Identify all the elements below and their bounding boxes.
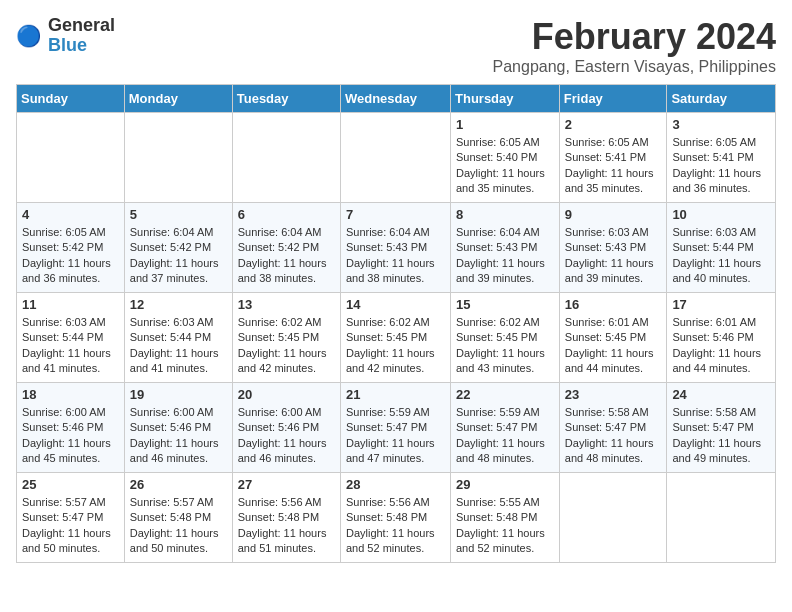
calendar-cell: 23Sunrise: 5:58 AMSunset: 5:47 PMDayligh… xyxy=(559,383,667,473)
calendar-cell: 6Sunrise: 6:04 AMSunset: 5:42 PMDaylight… xyxy=(232,203,340,293)
calendar-cell: 15Sunrise: 6:02 AMSunset: 5:45 PMDayligh… xyxy=(451,293,560,383)
cell-details: Sunrise: 6:03 AMSunset: 5:43 PMDaylight:… xyxy=(565,225,662,287)
day-number: 20 xyxy=(238,387,335,402)
day-number: 3 xyxy=(672,117,770,132)
calendar-cell: 20Sunrise: 6:00 AMSunset: 5:46 PMDayligh… xyxy=(232,383,340,473)
cell-details: Sunrise: 6:00 AMSunset: 5:46 PMDaylight:… xyxy=(22,405,119,467)
day-number: 17 xyxy=(672,297,770,312)
calendar-cell: 5Sunrise: 6:04 AMSunset: 5:42 PMDaylight… xyxy=(124,203,232,293)
day-number: 24 xyxy=(672,387,770,402)
calendar-cell xyxy=(340,113,450,203)
day-number: 28 xyxy=(346,477,445,492)
day-number: 12 xyxy=(130,297,227,312)
cell-details: Sunrise: 6:05 AMSunset: 5:41 PMDaylight:… xyxy=(565,135,662,197)
calendar-cell: 10Sunrise: 6:03 AMSunset: 5:44 PMDayligh… xyxy=(667,203,776,293)
cell-details: Sunrise: 5:58 AMSunset: 5:47 PMDaylight:… xyxy=(565,405,662,467)
calendar-table: SundayMondayTuesdayWednesdayThursdayFrid… xyxy=(16,84,776,563)
cell-details: Sunrise: 6:00 AMSunset: 5:46 PMDaylight:… xyxy=(130,405,227,467)
calendar-cell: 1Sunrise: 6:05 AMSunset: 5:40 PMDaylight… xyxy=(451,113,560,203)
calendar-cell: 2Sunrise: 6:05 AMSunset: 5:41 PMDaylight… xyxy=(559,113,667,203)
day-number: 11 xyxy=(22,297,119,312)
calendar-week-1: 1Sunrise: 6:05 AMSunset: 5:40 PMDaylight… xyxy=(17,113,776,203)
header-friday: Friday xyxy=(559,85,667,113)
cell-details: Sunrise: 6:01 AMSunset: 5:45 PMDaylight:… xyxy=(565,315,662,377)
header-thursday: Thursday xyxy=(451,85,560,113)
cell-details: Sunrise: 6:02 AMSunset: 5:45 PMDaylight:… xyxy=(238,315,335,377)
logo-text: General Blue xyxy=(48,16,115,56)
day-number: 9 xyxy=(565,207,662,222)
calendar-cell: 28Sunrise: 5:56 AMSunset: 5:48 PMDayligh… xyxy=(340,473,450,563)
calendar-cell: 21Sunrise: 5:59 AMSunset: 5:47 PMDayligh… xyxy=(340,383,450,473)
calendar-cell: 25Sunrise: 5:57 AMSunset: 5:47 PMDayligh… xyxy=(17,473,125,563)
cell-details: Sunrise: 5:58 AMSunset: 5:47 PMDaylight:… xyxy=(672,405,770,467)
cell-details: Sunrise: 6:03 AMSunset: 5:44 PMDaylight:… xyxy=(672,225,770,287)
day-number: 7 xyxy=(346,207,445,222)
calendar-cell xyxy=(667,473,776,563)
calendar-cell: 16Sunrise: 6:01 AMSunset: 5:45 PMDayligh… xyxy=(559,293,667,383)
cell-details: Sunrise: 5:57 AMSunset: 5:48 PMDaylight:… xyxy=(130,495,227,557)
calendar-cell: 11Sunrise: 6:03 AMSunset: 5:44 PMDayligh… xyxy=(17,293,125,383)
cell-details: Sunrise: 6:02 AMSunset: 5:45 PMDaylight:… xyxy=(456,315,554,377)
cell-details: Sunrise: 6:05 AMSunset: 5:41 PMDaylight:… xyxy=(672,135,770,197)
calendar-cell: 22Sunrise: 5:59 AMSunset: 5:47 PMDayligh… xyxy=(451,383,560,473)
calendar-cell: 17Sunrise: 6:01 AMSunset: 5:46 PMDayligh… xyxy=(667,293,776,383)
cell-details: Sunrise: 6:05 AMSunset: 5:42 PMDaylight:… xyxy=(22,225,119,287)
calendar-cell: 3Sunrise: 6:05 AMSunset: 5:41 PMDaylight… xyxy=(667,113,776,203)
cell-details: Sunrise: 6:04 AMSunset: 5:42 PMDaylight:… xyxy=(238,225,335,287)
header-monday: Monday xyxy=(124,85,232,113)
calendar-cell: 8Sunrise: 6:04 AMSunset: 5:43 PMDaylight… xyxy=(451,203,560,293)
calendar-cell: 29Sunrise: 5:55 AMSunset: 5:48 PMDayligh… xyxy=(451,473,560,563)
day-number: 27 xyxy=(238,477,335,492)
cell-details: Sunrise: 6:03 AMSunset: 5:44 PMDaylight:… xyxy=(22,315,119,377)
cell-details: Sunrise: 6:01 AMSunset: 5:46 PMDaylight:… xyxy=(672,315,770,377)
page-title: February 2024 xyxy=(493,16,776,58)
header-tuesday: Tuesday xyxy=(232,85,340,113)
header: 🔵 General Blue February 2024 Pangpang, E… xyxy=(16,16,776,76)
calendar-cell: 7Sunrise: 6:04 AMSunset: 5:43 PMDaylight… xyxy=(340,203,450,293)
cell-details: Sunrise: 6:05 AMSunset: 5:40 PMDaylight:… xyxy=(456,135,554,197)
day-number: 25 xyxy=(22,477,119,492)
calendar-header-row: SundayMondayTuesdayWednesdayThursdayFrid… xyxy=(17,85,776,113)
calendar-cell xyxy=(232,113,340,203)
logo: 🔵 General Blue xyxy=(16,16,115,56)
day-number: 5 xyxy=(130,207,227,222)
calendar-cell xyxy=(559,473,667,563)
calendar-week-3: 11Sunrise: 6:03 AMSunset: 5:44 PMDayligh… xyxy=(17,293,776,383)
calendar-cell: 26Sunrise: 5:57 AMSunset: 5:48 PMDayligh… xyxy=(124,473,232,563)
day-number: 18 xyxy=(22,387,119,402)
header-sunday: Sunday xyxy=(17,85,125,113)
calendar-week-5: 25Sunrise: 5:57 AMSunset: 5:47 PMDayligh… xyxy=(17,473,776,563)
cell-details: Sunrise: 5:56 AMSunset: 5:48 PMDaylight:… xyxy=(238,495,335,557)
cell-details: Sunrise: 6:04 AMSunset: 5:43 PMDaylight:… xyxy=(346,225,445,287)
header-wednesday: Wednesday xyxy=(340,85,450,113)
day-number: 15 xyxy=(456,297,554,312)
cell-details: Sunrise: 5:57 AMSunset: 5:47 PMDaylight:… xyxy=(22,495,119,557)
calendar-week-4: 18Sunrise: 6:00 AMSunset: 5:46 PMDayligh… xyxy=(17,383,776,473)
cell-details: Sunrise: 5:55 AMSunset: 5:48 PMDaylight:… xyxy=(456,495,554,557)
calendar-cell: 13Sunrise: 6:02 AMSunset: 5:45 PMDayligh… xyxy=(232,293,340,383)
day-number: 14 xyxy=(346,297,445,312)
day-number: 6 xyxy=(238,207,335,222)
calendar-week-2: 4Sunrise: 6:05 AMSunset: 5:42 PMDaylight… xyxy=(17,203,776,293)
cell-details: Sunrise: 6:04 AMSunset: 5:42 PMDaylight:… xyxy=(130,225,227,287)
cell-details: Sunrise: 6:04 AMSunset: 5:43 PMDaylight:… xyxy=(456,225,554,287)
calendar-cell: 4Sunrise: 6:05 AMSunset: 5:42 PMDaylight… xyxy=(17,203,125,293)
calendar-cell: 12Sunrise: 6:03 AMSunset: 5:44 PMDayligh… xyxy=(124,293,232,383)
day-number: 10 xyxy=(672,207,770,222)
day-number: 29 xyxy=(456,477,554,492)
day-number: 21 xyxy=(346,387,445,402)
cell-details: Sunrise: 5:59 AMSunset: 5:47 PMDaylight:… xyxy=(456,405,554,467)
day-number: 4 xyxy=(22,207,119,222)
logo-icon: 🔵 xyxy=(16,22,44,50)
calendar-cell xyxy=(124,113,232,203)
day-number: 22 xyxy=(456,387,554,402)
day-number: 8 xyxy=(456,207,554,222)
title-area: February 2024 Pangpang, Eastern Visayas,… xyxy=(493,16,776,76)
cell-details: Sunrise: 6:00 AMSunset: 5:46 PMDaylight:… xyxy=(238,405,335,467)
cell-details: Sunrise: 6:02 AMSunset: 5:45 PMDaylight:… xyxy=(346,315,445,377)
calendar-cell: 19Sunrise: 6:00 AMSunset: 5:46 PMDayligh… xyxy=(124,383,232,473)
day-number: 23 xyxy=(565,387,662,402)
calendar-cell: 9Sunrise: 6:03 AMSunset: 5:43 PMDaylight… xyxy=(559,203,667,293)
cell-details: Sunrise: 5:56 AMSunset: 5:48 PMDaylight:… xyxy=(346,495,445,557)
calendar-cell: 18Sunrise: 6:00 AMSunset: 5:46 PMDayligh… xyxy=(17,383,125,473)
